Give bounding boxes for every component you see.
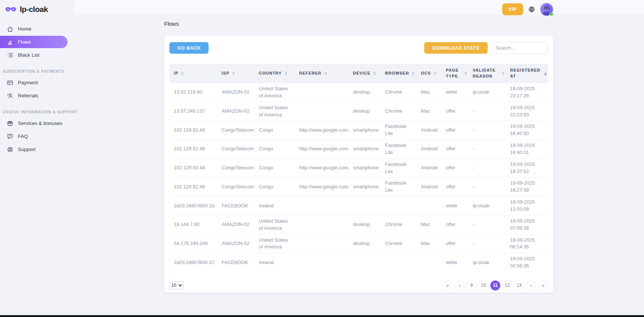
cell-ip: 102.129.92.48 <box>169 121 217 140</box>
vip-button[interactable]: VIP <box>502 3 523 15</box>
sidebar-item-label: Services & bonuses <box>18 120 62 126</box>
cell-referer <box>295 197 348 216</box>
sidebar-item-services-bonuses[interactable]: Services & bonuses <box>0 117 75 129</box>
sidebar-item-home[interactable]: Home <box>0 23 75 35</box>
sort-arrows-icon[interactable] <box>412 72 414 75</box>
column-header-validate-reason[interactable]: VALIDATE REASON <box>468 64 506 83</box>
cell-device: smartphone <box>348 121 381 140</box>
sort-arrows-icon[interactable] <box>465 72 467 75</box>
cell-ip: 13.52.218.60 <box>169 83 217 102</box>
pagination-prev-button[interactable]: ‹ <box>454 280 465 291</box>
column-header-device[interactable]: DEVICE <box>348 64 381 83</box>
online-status-dot <box>550 12 553 16</box>
sidebar-item-label: Referrals <box>18 93 38 98</box>
column-label: REFERER <box>299 70 322 76</box>
search-input[interactable] <box>491 42 548 54</box>
pagination-page-13[interactable]: 13 <box>514 280 524 291</box>
cell-isp: AMAZON-02 <box>217 215 254 234</box>
cell-ocs: Android <box>416 178 441 197</box>
cell-device: smartphone <box>348 178 381 197</box>
table-row: 102.129.92.48CongoTelecomCongohttp://www… <box>169 158 548 178</box>
cell-isp: AMAZON-02 <box>217 234 254 253</box>
sort-arrows-icon[interactable] <box>373 72 376 75</box>
cell-registered-at: 19-09-2025 00:58:35 <box>506 253 548 272</box>
cell-registered-at: 19-09-2025 16:40:50 <box>506 121 548 140</box>
payment-icon <box>7 79 13 86</box>
column-header-referer[interactable]: REFERER <box>295 64 348 83</box>
pagination-next-button[interactable]: › <box>526 280 536 291</box>
sidebar: lp-cloak HomeFlowsBlack ListSUBSCRIPTION… <box>0 0 75 317</box>
column-header-country[interactable]: COUNTRY <box>254 64 295 83</box>
top-header-band <box>75 0 644 14</box>
column-header-browser[interactable]: BROWSER <box>381 64 416 83</box>
cell-isp: FACEBOOK <box>217 197 254 216</box>
cell-isp: CongoTelecom <box>217 121 254 140</box>
cell-device: smartphone <box>348 140 381 159</box>
pagination: «‹910111213›» <box>443 280 548 291</box>
sidebar-item-black-list[interactable]: Black List <box>0 49 75 61</box>
column-header-registered-at[interactable]: REGISTERED AT <box>506 64 548 83</box>
table-row: 13.57.249.137AMAZON-02United States of A… <box>169 102 548 121</box>
sort-arrows-icon[interactable] <box>502 72 504 75</box>
page-size-select[interactable]: 10 <box>169 281 184 289</box>
sort-arrows-icon[interactable] <box>232 72 235 75</box>
cell-registered-at: 19-09-2025 22:23:50 <box>506 102 548 121</box>
pagination-page-10[interactable]: 10 <box>478 280 488 291</box>
cell-isp: CongoTelecom <box>217 140 254 159</box>
cell-registered-at: 19-09-2025 23:17:29 <box>506 83 548 102</box>
cell-device: smartphone <box>348 158 381 178</box>
column-header-ocs[interactable]: OCS <box>416 64 441 83</box>
cell-country: Congo <box>254 140 295 159</box>
globe-icon <box>528 6 535 13</box>
cell-ocs: Mac <box>416 215 441 234</box>
column-header-page-type[interactable]: PAGE TYPE <box>441 64 468 83</box>
cell-validate-reason: - <box>468 158 506 178</box>
cell-browser: Chrome <box>381 83 416 102</box>
sort-arrows-icon[interactable] <box>434 72 436 75</box>
cell-page-type: offer <box>441 178 468 197</box>
cell-page-type: offer <box>441 102 468 121</box>
pagination-first-button[interactable]: « <box>443 280 453 291</box>
sidebar-item-label: Home <box>18 26 31 32</box>
mask-icon <box>5 6 16 13</box>
column-label: REGISTERED AT <box>510 68 541 79</box>
cell-referer: http://www.google.com/ <box>295 121 348 140</box>
sidebar-item-label: Support <box>18 147 35 152</box>
sidebar-item-referrals[interactable]: Referrals <box>0 90 75 102</box>
column-header-ip[interactable]: IP <box>169 64 217 83</box>
table-row: 13.52.218.60AMAZON-02United States of Am… <box>169 83 548 102</box>
go-back-button[interactable]: GO BACK <box>169 42 209 54</box>
sidebar-item-support[interactable]: Support <box>0 143 75 156</box>
sidebar-item-payment[interactable]: Payment <box>0 76 75 89</box>
sidebar-item-label: Black List <box>18 52 40 58</box>
pagination-last-button[interactable]: » <box>538 280 548 291</box>
card-toolbar: GO BACK DOWNLOAD STATS <box>169 42 548 54</box>
brand-logo[interactable]: lp-cloak <box>0 0 75 18</box>
support-icon <box>7 146 13 153</box>
language-globe-button[interactable] <box>528 6 535 13</box>
cell-validate-reason: lp-cloak <box>468 83 506 102</box>
cell-ocs: Mac <box>416 234 441 253</box>
sort-arrows-icon[interactable] <box>325 72 327 75</box>
faq-icon: ?! <box>7 133 13 140</box>
svg-text:?!: ?! <box>9 134 11 137</box>
sidebar-item-faq[interactable]: ?!FAQ <box>0 130 75 142</box>
pagination-page-12[interactable]: 12 <box>502 280 512 291</box>
table-row: 18.144.7.80AMAZON-02United States of Ame… <box>169 215 548 234</box>
cell-ip: 2a03:2880:f800:37:: <box>169 253 217 272</box>
column-label: IP <box>174 70 178 76</box>
sort-arrows-icon[interactable] <box>181 72 184 75</box>
download-stats-button[interactable]: DOWNLOAD STATS <box>424 42 488 54</box>
home-icon <box>7 26 13 32</box>
column-header-isp[interactable]: ISP <box>217 64 254 83</box>
sort-arrows-icon[interactable] <box>285 72 287 75</box>
pagination-page-9[interactable]: 9 <box>466 280 476 291</box>
cell-ip: 2a03:2880:f800:1b:: <box>169 197 217 216</box>
cell-ocs: Android <box>416 158 441 178</box>
user-avatar[interactable] <box>540 3 553 16</box>
cell-ocs: Mac <box>416 83 441 102</box>
table-row: 54.176.249.249AMAZON-02United States of … <box>169 234 548 253</box>
pagination-page-11[interactable]: 11 <box>490 280 500 291</box>
sidebar-item-flows[interactable]: Flows <box>0 36 68 48</box>
sort-arrows-icon[interactable] <box>544 72 547 75</box>
